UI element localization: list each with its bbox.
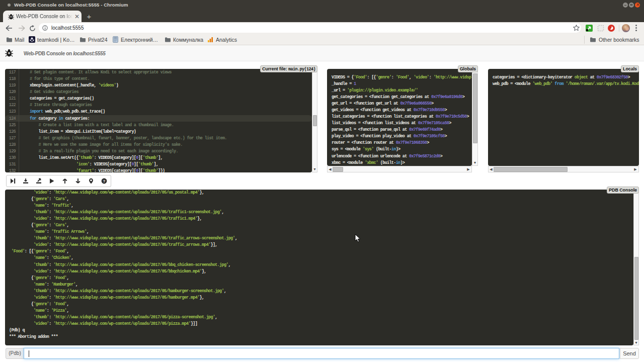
svg-text:?: ? xyxy=(103,179,106,184)
svg-text:T: T xyxy=(9,52,10,54)
